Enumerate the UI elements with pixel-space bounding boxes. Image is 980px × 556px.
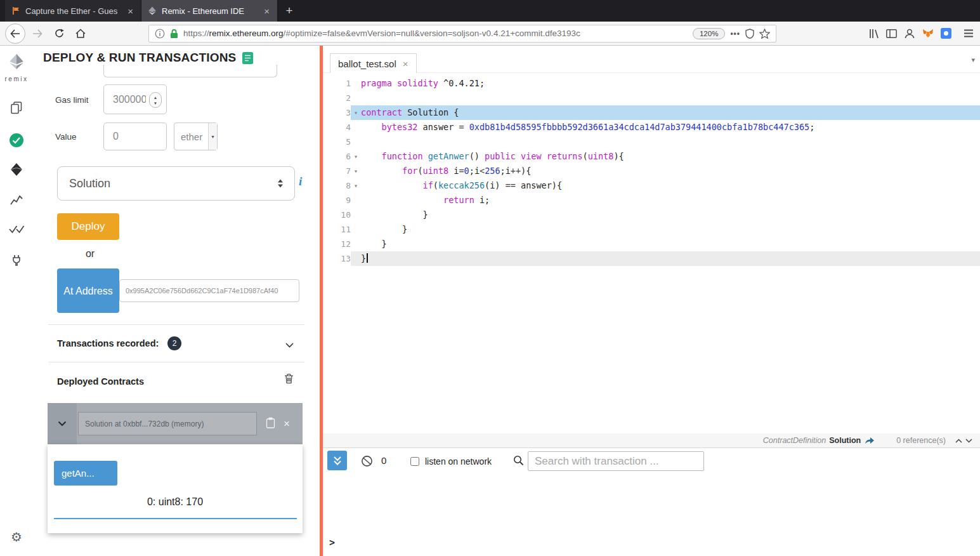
menu-hamburger-icon[interactable]: [964, 29, 974, 37]
instance-close-icon[interactable]: ×: [284, 418, 290, 429]
value-input[interactable]: [103, 122, 167, 150]
testing-doublecheck-icon[interactable]: [0, 225, 33, 234]
previous-reference-chevron-icon[interactable]: [955, 439, 962, 443]
info-icon[interactable]: i: [299, 175, 302, 189]
browser-tab-bar: Capture the Ether - Gues × Remix - Ether…: [0, 0, 980, 22]
analysis-chart-icon[interactable]: [0, 194, 33, 206]
clear-blocked-icon[interactable]: [361, 455, 373, 470]
references-count: 0 reference(s): [896, 436, 946, 445]
new-tab-button[interactable]: +: [278, 0, 301, 22]
instance-address-field[interactable]: Solution at 0xbbf...732db (memory): [78, 412, 257, 435]
fold-arrow-icon[interactable]: ▾: [351, 178, 361, 193]
line-number: 9: [323, 193, 351, 208]
editor-column: ballot_test.sol × ▾ 1pragma solidity ^0.…: [323, 46, 980, 556]
home-button[interactable]: [71, 24, 90, 43]
goto-definition-arrow-icon[interactable]: [865, 437, 875, 444]
account-icon[interactable]: [904, 28, 915, 39]
browser-tab-capture-the-ether[interactable]: Capture the Ether - Gues ×: [5, 0, 141, 22]
getanswer-function-button[interactable]: getAn...: [54, 461, 117, 486]
fold-arrow-icon[interactable]: ▾: [351, 105, 361, 120]
tab-title: Remix - Ethereum IDE: [162, 6, 258, 16]
remix-logo-text: remix: [0, 76, 33, 83]
url-scheme: https://: [183, 29, 209, 38]
tab-title: Capture the Ether - Gues: [25, 6, 121, 16]
code-line[interactable]: 1pragma solidity ^0.4.21;: [323, 76, 980, 91]
trash-icon[interactable]: [284, 373, 294, 387]
tab-close-icon[interactable]: ×: [126, 6, 134, 17]
next-reference-chevron-icon[interactable]: [965, 439, 972, 443]
lock-icon[interactable]: [170, 29, 178, 39]
metamask-icon[interactable]: [922, 29, 934, 39]
terminal-search-input[interactable]: [528, 451, 704, 471]
code-lines: 1pragma solidity ^0.4.21;23▾contract Sol…: [323, 76, 980, 266]
browser-tab-remix[interactable]: Remix - Ethereum IDE ×: [141, 0, 278, 22]
at-address-input[interactable]: [119, 279, 299, 302]
double-chevron-down-icon: [333, 456, 342, 466]
gas-limit-label: Gas limit: [55, 95, 89, 105]
select-updown-icon: [278, 180, 283, 188]
code-line[interactable]: 7▾ for(uint8 i=0;i<256;i++){: [323, 164, 980, 178]
editor-tab-close-icon[interactable]: ×: [403, 58, 408, 69]
library-icon[interactable]: [869, 29, 879, 39]
settings-gear-icon[interactable]: ⚙: [0, 531, 33, 543]
code-line[interactable]: 13}: [323, 251, 980, 266]
code-line[interactable]: 10 }: [323, 208, 980, 222]
tab-overflow-chevron-icon[interactable]: ▾: [971, 56, 975, 64]
fold-arrow-icon[interactable]: ▾: [351, 164, 361, 178]
contract-select[interactable]: Solution: [57, 166, 295, 201]
back-button[interactable]: [5, 23, 25, 44]
url-host: remix.ethereum.org: [209, 29, 284, 38]
listen-on-network-checkbox[interactable]: [410, 457, 419, 466]
remix-logo-icon: [0, 53, 33, 70]
fold-arrow-icon[interactable]: ▾: [351, 149, 361, 164]
chevron-down-icon[interactable]: ▾: [208, 123, 217, 150]
url-text[interactable]: https://remix.ethereum.org/#optimize=fal…: [183, 29, 688, 38]
at-address-button[interactable]: At Address: [57, 268, 119, 313]
number-spinner[interactable]: ▲ ▼: [149, 92, 162, 108]
shield-icon[interactable]: [745, 29, 754, 39]
code-line[interactable]: 5: [323, 135, 980, 149]
code-line[interactable]: 2: [323, 91, 980, 105]
page-info-icon[interactable]: [155, 29, 165, 39]
page-actions-icon[interactable]: •••: [730, 29, 740, 38]
code-line[interactable]: 12 }: [323, 237, 980, 251]
terminal-panel: 0 listen on network >: [323, 447, 980, 556]
transactions-expand-chevron-icon[interactable]: [285, 339, 294, 350]
clipboard-copy-icon[interactable]: [266, 417, 275, 431]
unit-select[interactable]: ether ▾: [174, 122, 218, 150]
search-icon: [513, 455, 524, 468]
deployed-instance-header[interactable]: Solution at 0xbbf...732db (memory) ×: [48, 403, 303, 444]
bookmark-star-icon[interactable]: [759, 29, 770, 39]
unit-select-value: ether: [181, 131, 202, 142]
code-line[interactable]: 8▾ if(keccak256(i) == answer){: [323, 178, 980, 193]
deploy-button[interactable]: Deploy: [57, 213, 119, 240]
sidebar-toggle-icon[interactable]: [886, 29, 897, 38]
function-return-value: 0: uint8: 170: [48, 496, 303, 508]
compiler-check-icon[interactable]: [0, 133, 33, 148]
code-line[interactable]: 9 return i;: [323, 193, 980, 208]
file-explorer-icon[interactable]: [0, 102, 33, 114]
editor-tab-ballot-test[interactable]: ballot_test.sol ×: [330, 53, 417, 73]
text-cursor: [367, 253, 368, 263]
tab-close-icon[interactable]: ×: [263, 6, 271, 17]
url-bar[interactable]: https://remix.ethereum.org/#optimize=fal…: [148, 25, 776, 43]
code-line[interactable]: 11 }: [323, 222, 980, 237]
environment-select-partial[interactable]: [103, 65, 277, 77]
app-window: Capture the Ether - Gues × Remix - Ether…: [0, 0, 980, 556]
code-line[interactable]: 6▾ function getAnwer() public view retur…: [323, 149, 980, 164]
deploy-run-icon[interactable]: [0, 162, 33, 176]
code-line[interactable]: 4 bytes32 answer = 0xdb81b4d58595fbbbb59…: [323, 120, 980, 135]
reload-button[interactable]: [49, 24, 69, 43]
forward-button[interactable]: [28, 24, 47, 43]
instance-collapse-button[interactable]: [48, 403, 77, 444]
spinner-up-icon[interactable]: ▲: [154, 95, 157, 100]
terminal-prompt: >: [329, 537, 335, 548]
code-line[interactable]: 3▾contract Solution {: [323, 105, 980, 120]
zoom-level-badge[interactable]: 120%: [693, 28, 725, 39]
debugger-icon[interactable]: [0, 254, 33, 267]
line-number: 12: [323, 237, 351, 251]
code-editor[interactable]: 1pragma solidity ^0.4.21;23▾contract Sol…: [323, 73, 980, 434]
spinner-down-icon[interactable]: ▼: [154, 100, 157, 106]
extension-icon[interactable]: [941, 28, 951, 39]
terminal-expand-button[interactable]: [327, 451, 347, 470]
